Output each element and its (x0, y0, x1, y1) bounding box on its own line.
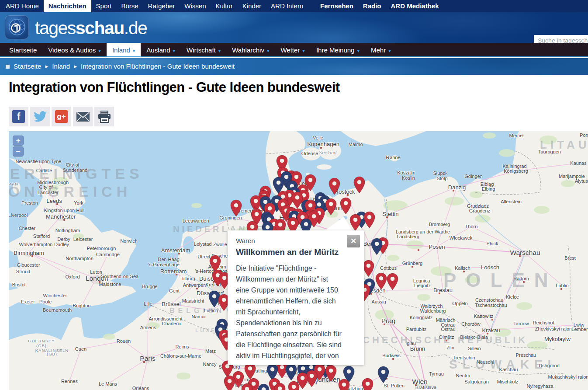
brand-suffix: .de (124, 18, 147, 38)
nav-item-inland[interactable]: Inland▾ (107, 43, 141, 56)
topbar-item-ard-intern[interactable]: ARD Intern (266, 0, 308, 12)
breadcrumb-separator-icon: ▶ (74, 58, 77, 75)
zoom-in-button[interactable]: + (13, 136, 24, 146)
topbar-item-fernsehen[interactable]: Fernsehen (315, 0, 358, 12)
nav-item-wetter[interactable]: Wetter▾ (275, 43, 310, 56)
brand-light: tages (35, 18, 76, 38)
map-pin-red[interactable] (387, 273, 398, 290)
map-pin-blue[interactable] (285, 363, 297, 381)
brand-wordmark[interactable]: tagesschau.de (35, 12, 147, 43)
topbar-right: FernsehenRadioARD Mediathek (315, 0, 444, 12)
popup-body: Die Initiative "Flüchtlinge -Willkommen … (236, 263, 364, 361)
chevron-down-icon: ▾ (302, 48, 305, 53)
share-bar: fg+ (9, 107, 114, 126)
chevron-down-icon: ▾ (98, 48, 101, 53)
breadcrumb-item[interactable]: Startseite (14, 58, 41, 75)
popup-kicker: Waren (236, 237, 364, 244)
map-pin-red[interactable] (325, 365, 337, 382)
nav-item-ihre-meinung[interactable]: Ihre Meinung▾ (311, 43, 365, 56)
nav-item-wahlarchiv[interactable]: Wahlarchiv▾ (226, 43, 275, 56)
breadcrumb-bullet-icon (6, 65, 10, 69)
browser-page: ARD HomeNachrichtenSportBörseRatgeberWis… (0, 0, 588, 390)
map-pin-red[interactable] (325, 198, 337, 216)
print-icon[interactable] (94, 107, 114, 126)
map-pin-red[interactable] (375, 272, 387, 290)
breadcrumb-separator-icon: ▶ (45, 58, 48, 75)
email-icon[interactable] (73, 107, 93, 126)
breadcrumb: Startseite▶Inland▶Integration von Flücht… (0, 58, 588, 75)
map-pin-red[interactable] (224, 375, 235, 390)
map-pin-red[interactable] (363, 211, 375, 229)
chevron-down-icon: ▾ (357, 48, 360, 53)
map-pin-red[interactable] (329, 178, 340, 195)
close-icon: ✕ (350, 237, 356, 246)
nav-item-ausland[interactable]: Ausland▾ (141, 43, 181, 56)
topbar-item-ratgeber[interactable]: Ratgeber (143, 0, 180, 12)
map-zoom-control: + − (13, 136, 24, 157)
zoom-out-button[interactable]: − (13, 146, 24, 157)
nav-item-videos-audios[interactable]: Videos & Audios▾ (42, 43, 107, 56)
chevron-down-icon: ▾ (173, 48, 176, 53)
page-title: Integration von Flüchtlingen - Gute Idee… (9, 80, 340, 95)
nav-item-startseite[interactable]: Startseite (3, 43, 42, 56)
popup-tail (322, 215, 354, 233)
map-pin-blue[interactable] (258, 383, 270, 390)
map-pin-red[interactable] (244, 362, 256, 380)
map-pin-red[interactable] (363, 260, 374, 277)
map-pin-red[interactable] (362, 378, 374, 390)
topbar-item-sport[interactable]: Sport (91, 0, 117, 12)
topbar-item-ard-mediathek[interactable]: ARD Mediathek (386, 0, 444, 12)
topbar-left: ARD HomeNachrichtenSportBörseRatgeberWis… (1, 0, 308, 12)
map-pin-blue[interactable] (377, 366, 389, 383)
map-container[interactable]: Newcastle upon TyneCarlisleCity ofSunder… (9, 131, 588, 390)
chevron-down-icon: ▾ (133, 48, 135, 53)
site-header: tagesschau.de (0, 12, 588, 43)
breadcrumb-item[interactable]: Inland (52, 58, 70, 75)
brand-bold: schau (76, 18, 124, 38)
topbar-item-wissen[interactable]: Wissen (180, 0, 211, 12)
chevron-down-icon: ▾ (388, 48, 391, 53)
ard-topbar: ARD HomeNachrichtenSportBörseRatgeberWis… (0, 0, 588, 12)
nav-item-mehr[interactable]: Mehr▾ (365, 43, 397, 56)
chevron-down-icon: ▾ (218, 48, 221, 53)
topbar-item-kultur[interactable]: Kultur (211, 0, 238, 12)
map-pin-red[interactable] (230, 199, 242, 217)
map-pin-red[interactable] (340, 197, 352, 215)
map-pin-red[interactable] (288, 381, 300, 390)
popup-title: Willkommen an der Müritz (236, 247, 364, 257)
breadcrumb-items: Startseite▶Inland▶Integration von Flücht… (6, 58, 235, 75)
topbar-item-kinder[interactable]: Kinder (238, 0, 266, 12)
map-pin-red[interactable] (338, 379, 350, 390)
tagesschau-logo-icon[interactable] (5, 15, 29, 39)
map-pin-red[interactable] (274, 383, 286, 390)
googleplus-icon[interactable]: g+ (52, 107, 71, 126)
topbar-item-nachrichten[interactable]: Nachrichten (44, 0, 91, 12)
main-nav: StartseiteVideos & Audios▾Inland▾Ausland… (0, 43, 588, 57)
nav-item-wirtschaft[interactable]: Wirtschaft▾ (181, 43, 226, 56)
map-pin-blue[interactable] (371, 238, 383, 255)
map-pin-red[interactable] (241, 383, 253, 390)
breadcrumb-item[interactable]: Integration von Flüchtlingen - Gute Idee… (81, 58, 235, 75)
map-popup: Waren Willkommen an der Müritz Die Initi… (228, 230, 364, 365)
topbar-item-b-rse[interactable]: Börse (116, 0, 143, 12)
topbar-item-radio[interactable]: Radio (358, 0, 386, 12)
map-pin-red[interactable] (353, 176, 365, 194)
facebook-icon[interactable]: f (9, 107, 28, 126)
topbar-item-ard-home[interactable]: ARD Home (1, 0, 44, 12)
chevron-down-icon: ▾ (267, 48, 270, 53)
close-button[interactable]: ✕ (347, 235, 360, 247)
twitter-icon[interactable] (30, 107, 50, 126)
